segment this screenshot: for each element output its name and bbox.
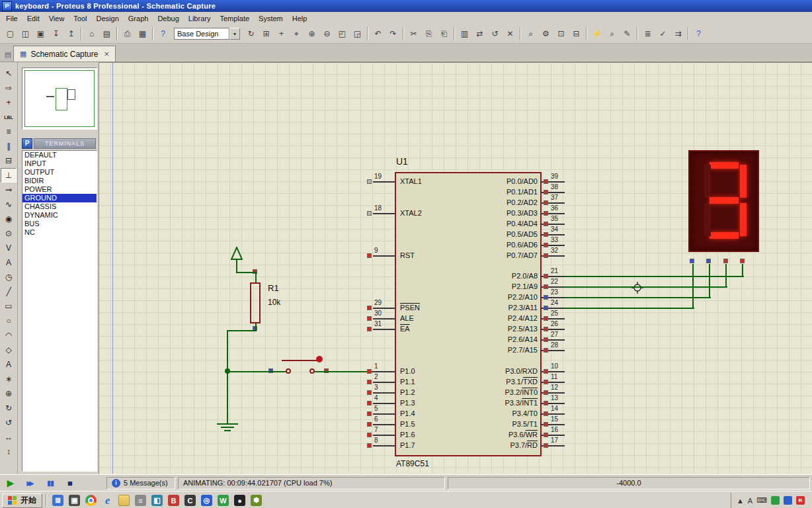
wire-segment[interactable] [565, 276, 744, 277]
wire-segment[interactable] [725, 264, 727, 288]
redo-button[interactable]: ↷ [386, 26, 401, 41]
ground-terminal[interactable] [216, 423, 239, 433]
tray-icon-blue[interactable] [784, 496, 792, 505]
menu-system[interactable]: System [254, 13, 288, 24]
menu-tool[interactable]: Tool [69, 13, 91, 24]
packaging-tool-button[interactable]: ⊡ [553, 26, 569, 41]
chevron-down-icon[interactable]: ▼ [229, 28, 240, 40]
2d-arc-button[interactable]: ◠ [1, 328, 17, 343]
wire-segment[interactable] [709, 264, 710, 298]
toggle-false-origin-button[interactable]: + [274, 26, 289, 41]
center-at-cursor-button[interactable]: ⌖ [289, 26, 304, 41]
menu-graph[interactable]: Graph [124, 13, 153, 24]
tab-close-button[interactable]: × [104, 49, 109, 59]
terminal-item-bus[interactable]: BUS [22, 220, 97, 228]
context-help-button[interactable]: ? [155, 26, 171, 41]
home-page-button[interactable]: ⌂ [84, 26, 99, 41]
taskbar-app-12[interactable]: ● [232, 493, 247, 508]
terminal-item-power[interactable]: POWER [22, 185, 97, 194]
component-push-button[interactable] [277, 353, 330, 380]
taskbar-app-4[interactable]: e [100, 493, 115, 508]
play-button[interactable]: ▶ [2, 476, 19, 489]
electrical-rules-check-button[interactable]: ✓ [655, 26, 670, 41]
buses-mode-button[interactable]: ∥ [1, 139, 17, 153]
redraw-display-button[interactable]: ↻ [243, 26, 259, 41]
component-7seg-display[interactable] [688, 150, 759, 252]
generator-mode-button[interactable]: ⊙ [1, 226, 17, 241]
terminal-item-chassis[interactable]: CHASSIS [22, 202, 97, 211]
search-and-tag-button[interactable]: ⌕ [604, 26, 620, 41]
taskbar-app-5[interactable] [116, 493, 132, 508]
tab-schematic-capture[interactable]: ▦ Schematic Capture × [13, 46, 116, 62]
new-project-button[interactable]: ▢ [3, 26, 18, 41]
block-copy-button[interactable]: ▥ [457, 26, 472, 41]
open-project-button[interactable]: ◫ [18, 26, 33, 41]
wire-segment[interactable] [227, 371, 286, 372]
block-delete-button[interactable]: ✕ [503, 26, 518, 41]
wire-segment[interactable] [227, 330, 257, 331]
decompose-button[interactable]: ⊟ [569, 26, 584, 41]
block-rotate-button[interactable]: ↺ [487, 26, 503, 41]
tray-icon-red[interactable]: R [796, 496, 805, 505]
2d-box-button[interactable]: ▭ [1, 299, 17, 314]
taskbar-app-8[interactable]: B [166, 493, 181, 508]
wire-segment[interactable] [236, 272, 257, 273]
text-script-mode-button[interactable]: ≡ [1, 124, 17, 139]
make-device-button[interactable]: ⚙ [538, 26, 553, 41]
subcircuit-mode-button[interactable]: ⊟ [1, 153, 17, 168]
terminal-item-output[interactable]: OUTPUT [22, 168, 97, 177]
wire-segment[interactable] [315, 371, 373, 372]
wire-segment[interactable] [565, 297, 711, 298]
2d-path-button[interactable]: ◇ [1, 343, 17, 357]
wire-segment[interactable] [692, 264, 694, 309]
menu-debug[interactable]: Debug [153, 13, 183, 24]
messages-panel[interactable]: i 5 Message(s) [106, 477, 175, 489]
zoom-to-area-button[interactable]: ◲ [350, 26, 365, 41]
export-section-button[interactable]: ↥ [63, 26, 79, 41]
menu-template[interactable]: Template [215, 13, 254, 24]
terminal-item-dynamic[interactable]: DYNAMIC [22, 211, 97, 220]
terminal-item-nc[interactable]: NC [22, 228, 97, 237]
current-probe-mode-button[interactable]: A [1, 255, 17, 270]
design-selector[interactable]: Base Design▼ [174, 27, 240, 40]
property-assignment-tool-button[interactable]: ✎ [620, 26, 635, 41]
mirror-horizontal-button[interactable]: ↔ [1, 430, 17, 444]
bill-of-materials-button[interactable]: ≣ [640, 26, 655, 41]
tray-keyboard-icon[interactable]: ⌨ [756, 496, 767, 505]
rotate-anticlockwise-button[interactable]: ↺ [1, 415, 17, 430]
wire-segment[interactable] [742, 264, 743, 277]
virtual-instruments-mode-button[interactable]: ◷ [1, 270, 17, 284]
zoom-extents-button[interactable]: ◰ [335, 26, 350, 41]
zoom-in-button[interactable]: ⊕ [304, 26, 319, 41]
menu-view[interactable]: View [44, 13, 69, 24]
menu-library[interactable]: Library [184, 13, 216, 24]
device-pins-mode-button[interactable]: ⊸ [1, 183, 17, 197]
pick-parts-from-libraries-button[interactable]: ⌕ [523, 26, 538, 41]
copy-to-clipboard-button[interactable]: ⎘ [421, 26, 436, 41]
tray-input-lang[interactable]: A [748, 497, 752, 505]
taskbar-app-1[interactable]: ≣ [50, 493, 65, 508]
netlist-compiler-button[interactable]: ⇉ [670, 26, 686, 41]
cut-to-clipboard-button[interactable]: ✂ [406, 26, 421, 41]
undo-button[interactable]: ↶ [370, 26, 386, 41]
wire-segment[interactable] [236, 259, 237, 273]
tray-hidden-icons[interactable]: ▲ [737, 497, 744, 505]
wire-segment[interactable] [565, 308, 694, 309]
2d-marker-button[interactable]: ⊕ [1, 386, 17, 401]
print-design-button[interactable]: ⎙ [120, 26, 135, 41]
terminal-item-default[interactable]: DEFAULT [22, 151, 97, 159]
wire-segment[interactable] [565, 286, 727, 288]
step-button[interactable]: ▶▶ [22, 476, 39, 489]
tape-recorder-mode-button[interactable]: ◉ [1, 212, 17, 226]
save-project-button[interactable]: ▣ [33, 26, 48, 41]
rotate-clockwise-button[interactable]: ↻ [1, 401, 17, 415]
junction-dot-mode-button[interactable]: + [1, 95, 17, 110]
component-r1-resistor[interactable] [250, 282, 261, 323]
mark-output-area-button[interactable]: ▦ [135, 26, 150, 41]
import-section-button[interactable]: ↧ [48, 26, 63, 41]
paste-from-clipboard-button[interactable]: ⎗ [436, 26, 452, 41]
taskbar-app-3[interactable] [83, 493, 99, 508]
help-button[interactable]: ? [691, 26, 706, 41]
taskbar-app-2[interactable]: ▣ [67, 493, 82, 508]
start-button[interactable]: 开始 [2, 493, 42, 508]
